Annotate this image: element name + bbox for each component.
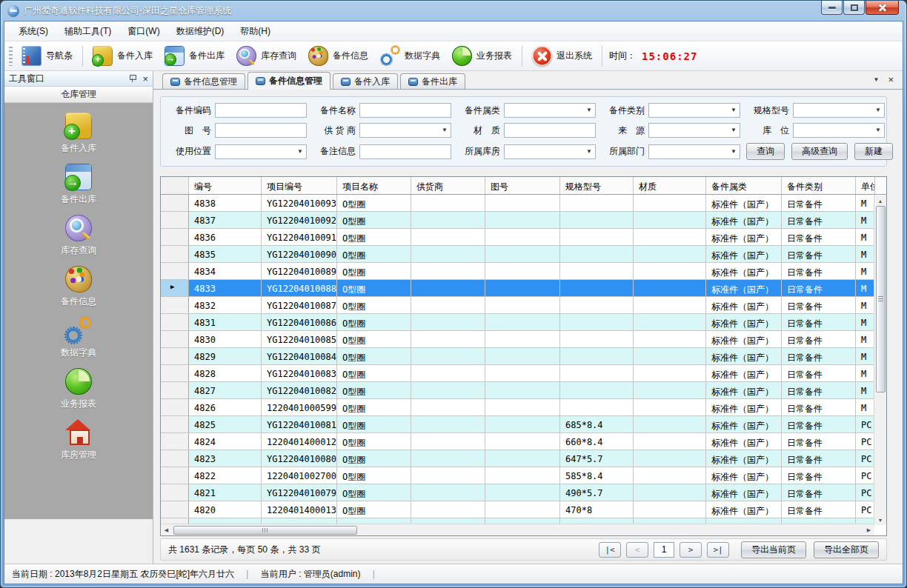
row-selector[interactable] [161, 484, 189, 501]
table-row[interactable]: 4821YG12204010079O型圈490*5.7标准件（国产）日常备件PC [161, 484, 886, 501]
navbar-button[interactable]: 导航条 [16, 44, 79, 68]
data-dict-button[interactable]: 数据字典 [374, 44, 446, 68]
part-name-input[interactable] [359, 103, 451, 118]
column-header-col-part-class[interactable]: 备件属类 [706, 177, 782, 194]
table-row[interactable]: 4830YG12204010085O型圈标准件（国产）日常备件M [161, 331, 886, 348]
row-selector[interactable] [161, 433, 189, 450]
row-selector[interactable] [161, 501, 189, 518]
location-combo[interactable]: ▼ [793, 123, 885, 138]
first-page-button[interactable]: |< [599, 542, 621, 558]
export-current-page-button[interactable]: 导出当前页 [741, 541, 806, 558]
menu-item[interactable]: 数据维护(D) [168, 22, 233, 41]
advanced-query-button[interactable]: 高级查询 [791, 143, 848, 160]
row-selector[interactable] [161, 314, 189, 330]
drawing-no-input[interactable] [215, 123, 307, 138]
column-header-col-project-no[interactable]: 项目编号 [262, 177, 337, 194]
column-header-col-id[interactable]: 编号 [189, 177, 262, 194]
material-input[interactable] [504, 123, 596, 138]
sidebar-item-data-dict[interactable]: 数据字典 [61, 317, 96, 359]
sidebar-item-inbound[interactable]: 备件入库 [61, 113, 96, 155]
table-row[interactable]: 4835YG12204010090O型圈标准件（国产）日常备件M [161, 246, 886, 263]
report-button[interactable]: 业务报表 [446, 44, 518, 68]
table-row[interactable]: 4828YG12204010083O型圈标准件（国产）日常备件M [161, 365, 886, 382]
tab-close-icon[interactable]: × [888, 75, 894, 84]
maximize-button[interactable] [843, 1, 865, 15]
scroll-up-icon[interactable]: ▲ [875, 196, 886, 206]
row-selector[interactable] [161, 348, 189, 364]
table-row[interactable]: ▶4833YG12204010088O型圈标准件（国产）日常备件M [161, 280, 886, 297]
column-header-col-material[interactable]: 材质 [634, 177, 706, 194]
next-page-button[interactable]: > [680, 542, 702, 558]
new-button[interactable]: 新建 [854, 143, 893, 160]
row-selector[interactable] [161, 331, 189, 347]
tab-item[interactable]: 备件出库 [400, 73, 465, 89]
supplier-combo[interactable]: ▼ [359, 123, 451, 138]
row-selector[interactable] [161, 467, 189, 484]
close-button[interactable] [866, 1, 899, 15]
table-row[interactable]: 4825YG12204010081O型圈685*8.4标准件（国产）日常备件PC [161, 416, 886, 433]
sidebar-item-outbound[interactable]: 备件出库 [61, 164, 96, 206]
minimize-button[interactable] [821, 1, 843, 15]
column-header-col-supplier[interactable]: 供货商 [411, 177, 485, 194]
scroll-left-icon[interactable]: ◀ [161, 525, 172, 535]
scroll-right-icon[interactable]: ▶ [863, 525, 874, 535]
part-info-button[interactable]: 备件信息 [302, 44, 374, 68]
menu-item[interactable]: 窗口(W) [119, 22, 167, 41]
inbound-button[interactable]: 备件入库 [87, 44, 159, 68]
vertical-scrollbar[interactable]: ▲ ▼ [874, 196, 886, 525]
row-selector[interactable] [161, 212, 189, 228]
toolbar-grip[interactable] [9, 47, 13, 66]
page-number-input[interactable] [654, 542, 674, 558]
table-row[interactable]: 48221220401002700O型圈585*8.4标准件（国产）日常备件PC [161, 467, 886, 484]
tab-item[interactable]: 备件入库 [333, 73, 398, 89]
tab-item[interactable]: 备件信息管理 [162, 73, 245, 89]
column-header-col-unit[interactable]: 单位 [856, 177, 875, 194]
menu-item[interactable]: 辅助工具(T) [56, 22, 119, 41]
sidebar-item-report[interactable]: 业务报表 [61, 368, 96, 410]
row-selector[interactable] [161, 382, 189, 398]
row-selector[interactable] [161, 450, 189, 467]
sidebar-item-stock-query[interactable]: 库存查询 [61, 215, 96, 257]
part-type-combo[interactable]: ▼ [648, 103, 740, 118]
row-selector[interactable] [161, 365, 189, 381]
row-selector[interactable] [161, 246, 189, 262]
pin-icon[interactable] [128, 74, 136, 83]
department-combo[interactable]: ▼ [648, 144, 740, 159]
table-row[interactable]: 4827YG12204010082O型圈标准件（国产）日常备件M [161, 382, 886, 399]
exit-button[interactable]: 退出系统 [526, 44, 598, 68]
row-selector[interactable] [161, 229, 189, 245]
prev-page-button[interactable]: < [626, 542, 648, 558]
table-row[interactable]: 4823YG12204010080O型圈647*5.7标准件（国产）日常备件PC [161, 450, 886, 467]
sidebar-item-warehouse-mgmt[interactable]: 库房管理 [61, 419, 96, 461]
sidebar-item-part-info[interactable]: 备件信息 [61, 266, 96, 308]
table-row[interactable]: 4829YG12204010084O型圈标准件（国产）日常备件M [161, 348, 886, 365]
table-row[interactable]: 4837YG12204010092O型圈标准件（国产）日常备件M [161, 212, 886, 229]
export-all-pages-button[interactable]: 导出全部页 [814, 541, 879, 558]
table-row[interactable]: 48261220401000599O型圈标准件（国产）日常备件M [161, 399, 886, 416]
tab-active[interactable]: 备件信息管理 [247, 72, 330, 90]
query-button[interactable]: 查询 [746, 143, 785, 160]
column-header-col-part-type[interactable]: 备件类别 [782, 177, 856, 194]
table-row[interactable]: 4831YG12204010086O型圈标准件（国产）日常备件M [161, 314, 886, 331]
horizontal-scrollbar-thumb[interactable] [173, 526, 357, 535]
table-row[interactable]: 48201220401400013O型圈470*8标准件（国产）日常备件PC [161, 501, 886, 518]
vertical-scrollbar-thumb[interactable] [876, 206, 886, 392]
scroll-down-icon[interactable]: ▼ [875, 515, 886, 525]
table-row[interactable]: 48241220401400012O型圈660*8.4标准件（国产）日常备件PC [161, 433, 886, 450]
table-row[interactable]: 4836YG12204010091O型圈标准件（国产）日常备件M [161, 229, 886, 246]
column-header-col-project-name[interactable]: 项目名称 [337, 177, 411, 194]
table-row[interactable]: 4838YG12204010093O型圈标准件（国产）日常备件M [161, 195, 886, 212]
column-header-col-spec-model[interactable]: 规格型号 [560, 177, 634, 194]
table-row[interactable]: 4832YG12204010087O型圈标准件（国产）日常备件M [161, 297, 886, 314]
table-row[interactable]: 4834YG12204010089O型圈标准件（国产）日常备件M [161, 263, 886, 280]
row-selector[interactable]: ▶ [161, 280, 189, 296]
horizontal-scrollbar[interactable]: ◀ ▶ [161, 524, 874, 535]
source-combo[interactable]: ▼ [648, 123, 740, 138]
part-code-input[interactable] [215, 103, 307, 118]
row-selector[interactable] [161, 399, 189, 415]
tool-window-close-icon[interactable]: × [142, 74, 148, 84]
menu-item[interactable]: 帮助(H) [232, 22, 279, 41]
use-position-combo[interactable]: ▼ [215, 144, 307, 159]
part-class-combo[interactable]: ▼ [504, 103, 596, 118]
row-selector[interactable] [161, 263, 189, 279]
